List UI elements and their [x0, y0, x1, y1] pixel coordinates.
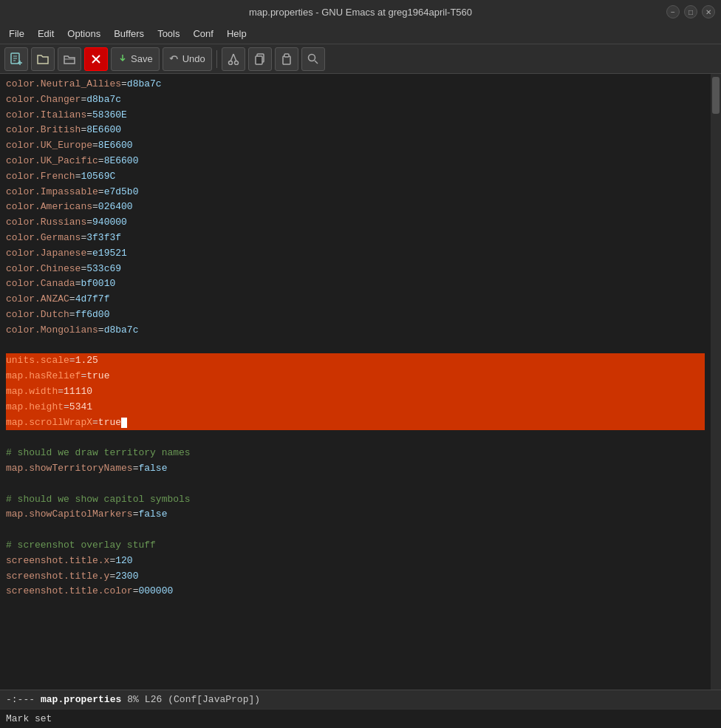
- line-impassable: color.Impassable=e7d5b0: [6, 185, 705, 200]
- status-bar: -:--- map.properties 8% L26 (Conf[JavaPr…: [0, 690, 721, 709]
- title-bar: map.properties - GNU Emacs at greg1964ap…: [0, 0, 721, 24]
- toolbar-separator: [216, 50, 217, 68]
- line-canada: color.Canada=bf0010: [6, 276, 705, 292]
- menu-file[interactable]: File: [3, 27, 30, 41]
- status-filename: map.properties: [41, 694, 121, 705]
- copy-button[interactable]: [248, 47, 272, 71]
- line-show-capitol: map.showCapitolMarkers=false: [6, 507, 705, 523]
- line-germans: color.Germans=3f3f3f: [6, 231, 705, 246]
- maximize-button[interactable]: □: [684, 5, 697, 18]
- menu-options[interactable]: Options: [61, 27, 106, 41]
- line-french: color.French=10569C: [6, 169, 705, 185]
- line-map-width: map.width=11110: [6, 384, 705, 400]
- window-controls[interactable]: − □ ✕: [666, 5, 715, 18]
- minimize-button[interactable]: −: [666, 5, 680, 18]
- line-show-territory: map.showTerritoryNames=false: [6, 461, 705, 477]
- status-line: L26: [145, 694, 162, 705]
- open-dir-button[interactable]: [58, 47, 81, 71]
- line-uk-europe: color.UK_Europe=8E6600: [6, 138, 705, 154]
- menu-bar: File Edit Options Buffers Tools Conf Hel…: [0, 24, 721, 44]
- echo-message: Mark set: [6, 713, 52, 724]
- line-japanese: color.Japanese=e19521: [6, 246, 705, 262]
- save-label: Save: [131, 53, 153, 64]
- svg-rect-14: [256, 56, 262, 64]
- line-chinese: color.Chinese=533c69: [6, 262, 705, 277]
- line-neutral-allies: color.Neutral_Allies=d8ba7c: [6, 77, 705, 92]
- svg-line-12: [233, 54, 236, 61]
- line-british: color.British=8E6600: [6, 123, 705, 138]
- line-units-scale: units.scale=1.25: [6, 353, 705, 369]
- status-percent: 8%: [127, 694, 139, 705]
- close-buffer-button[interactable]: [84, 47, 108, 71]
- undo-label: Undo: [182, 53, 205, 64]
- line-screenshot-title-x: screenshot.title.x=120: [6, 554, 705, 569]
- window-title: map.properties - GNU Emacs at greg1964ap…: [249, 7, 472, 18]
- line-map-scrollwrapx: map.scrollWrapX=true: [6, 415, 705, 431]
- menu-tools[interactable]: Tools: [151, 27, 185, 41]
- paste-button[interactable]: [275, 47, 298, 71]
- undo-button[interactable]: Undo: [163, 47, 212, 71]
- blank-line-3: [6, 477, 705, 492]
- menu-help[interactable]: Help: [221, 27, 253, 41]
- svg-point-17: [308, 54, 315, 61]
- line-comment-capitol: # should we show capitol symbols: [6, 492, 705, 508]
- text-cursor: [121, 418, 127, 428]
- svg-line-18: [315, 61, 318, 64]
- svg-line-11: [230, 54, 233, 61]
- menu-conf[interactable]: Conf: [187, 27, 219, 41]
- save-button[interactable]: Save: [111, 47, 160, 71]
- blank-line-1: [6, 339, 705, 354]
- toolbar: Save Undo: [0, 44, 721, 74]
- close-button[interactable]: ✕: [702, 5, 715, 18]
- line-italians: color.Italians=58360E: [6, 108, 705, 123]
- line-screenshot-title-color: screenshot.title.color=000000: [6, 584, 705, 599]
- new-file-button[interactable]: [4, 47, 28, 71]
- line-anzac: color.ANZAC=4d7f7f: [6, 292, 705, 307]
- cut-button[interactable]: [222, 47, 245, 71]
- line-uk-pacific: color.UK_Pacific=8E6600: [6, 154, 705, 169]
- editor-container: color.Neutral_Allies=d8ba7c color.Change…: [0, 74, 721, 690]
- line-russians: color.Russians=940000: [6, 215, 705, 231]
- line-comment-screenshot: # screenshot overlay stuff: [6, 538, 705, 554]
- status-left: -:--- map.properties 8% L26 (Conf[JavaPr…: [6, 694, 260, 705]
- line-map-hasrelief: map.hasRelief=true: [6, 369, 705, 384]
- line-changer: color.Changer=d8ba7c: [6, 92, 705, 108]
- line-map-height: map.height=5341: [6, 400, 705, 415]
- status-mode-name: (Conf[JavaProp]): [168, 694, 260, 705]
- search-button[interactable]: [301, 47, 325, 71]
- menu-buffers[interactable]: Buffers: [108, 27, 150, 41]
- svg-point-9: [228, 61, 232, 64]
- line-dutch: color.Dutch=ff6d00: [6, 307, 705, 323]
- svg-point-10: [234, 61, 238, 64]
- line-americans: color.Americans=026400: [6, 200, 705, 215]
- line-screenshot-title-y: screenshot.title.y=2300: [6, 569, 705, 585]
- line-comment-territory: # should we draw territory names: [6, 446, 705, 461]
- blank-line-2: [6, 430, 705, 446]
- open-file-button[interactable]: [31, 47, 55, 71]
- echo-area: Mark set: [0, 709, 721, 728]
- scrollbar[interactable]: [711, 74, 721, 690]
- status-mode: -:---: [6, 694, 35, 705]
- svg-rect-16: [284, 54, 289, 57]
- scrollbar-thumb[interactable]: [712, 77, 720, 114]
- blank-line-4: [6, 523, 705, 538]
- line-mongolians: color.Mongolians=d8ba7c: [6, 323, 705, 339]
- menu-edit[interactable]: Edit: [32, 27, 60, 41]
- editor-content[interactable]: color.Neutral_Allies=d8ba7c color.Change…: [0, 74, 711, 690]
